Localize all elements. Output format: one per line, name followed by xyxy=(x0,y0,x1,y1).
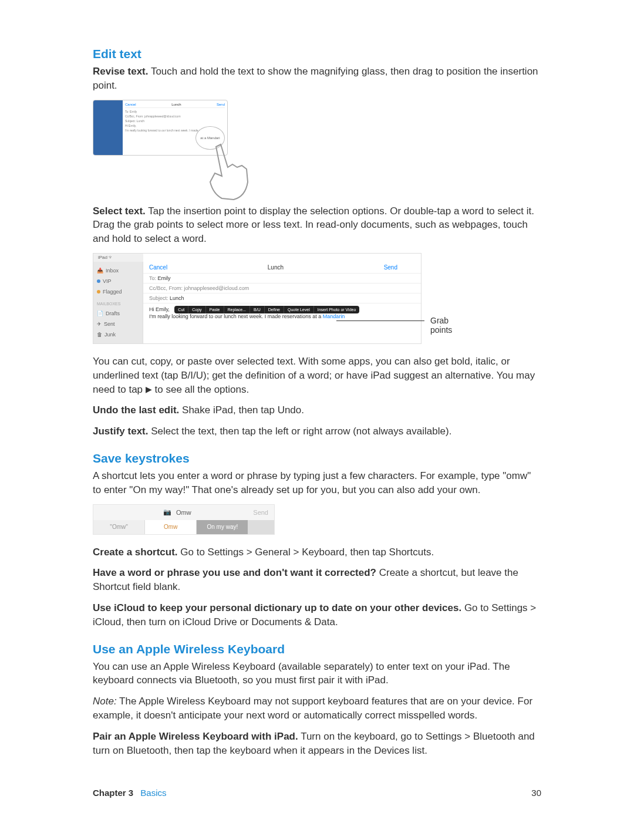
bold-justify: Justify text. xyxy=(93,426,148,437)
callout-line xyxy=(336,321,424,321)
bold-revise: Revise text. xyxy=(93,66,149,77)
figure-context-menu: iPad ᯤ 9:41 AM 51% ▮ 📥Inbox VIP Flagged … xyxy=(93,253,421,344)
compose-body-pre: I'm really looking forward to our lunch … xyxy=(149,313,323,319)
suggestion-4-empty xyxy=(248,520,274,534)
figure-keyboard-suggestion: 📷 Omw Send "Omw" Omw On my way! xyxy=(93,504,275,535)
heading-save-keystrokes: Save keystrokes xyxy=(93,451,541,465)
text-select: Tap the insertion point to display the s… xyxy=(93,205,534,245)
para-wk-pair: Pair an Apple Wireless Keyboard with iPa… xyxy=(93,730,541,758)
inbox-icon: 📥 xyxy=(97,268,103,274)
bold-icloud: Use iCloud to keep your personal diction… xyxy=(93,602,461,613)
note-label: Note: xyxy=(93,696,117,707)
sidebar-vip: VIP xyxy=(93,276,143,286)
sent-icon: ✈ xyxy=(97,321,102,327)
text-undo: Shake iPad, then tap Undo. xyxy=(179,404,304,416)
sidebar-mailboxes-hdr: MAILBOXES xyxy=(93,299,143,308)
mini-cancel: Cancel xyxy=(125,103,136,106)
ipad-screenshot: iPad ᯤ 9:41 AM 51% ▮ 📥Inbox VIP Flagged … xyxy=(93,253,421,344)
text-revise: Touch and hold the text to show the magn… xyxy=(93,66,538,91)
sidebar-sent: ✈Sent xyxy=(93,319,143,329)
mini-ccbcc: Cc/Bcc, From: johnappleseed@icloud.com xyxy=(125,114,225,118)
menu-cut: Cut xyxy=(174,306,188,313)
compose-ccbcc: Cc/Bcc, From: johnappleseed@icloud.com xyxy=(143,284,421,294)
bold-create: Create a shortcut. xyxy=(93,546,178,558)
dot-icon xyxy=(97,279,100,283)
para-revise: Revise text. Touch and hold the text to … xyxy=(93,65,541,93)
menu-copy: Copy xyxy=(188,306,205,313)
menu-biu: B/U xyxy=(250,306,265,313)
menu-insert: Insert Photo or Video xyxy=(314,306,360,313)
mini-to: To: Emily xyxy=(125,110,225,113)
camera-icon: 📷 xyxy=(161,508,174,516)
para-icloud: Use iCloud to keep your personal diction… xyxy=(93,601,541,629)
para-sk-intro: A shortcut lets you enter a word or phra… xyxy=(93,469,541,497)
compose-title: Lunch xyxy=(268,264,284,271)
context-menu: Cut Copy Paste Replace... B/U Define Quo… xyxy=(174,306,359,313)
status-left: iPad ᯤ xyxy=(98,255,113,260)
figure-magnifying-glass: Cancel Lunch Send To: Emily Cc/Bcc, From… xyxy=(93,100,301,194)
compose-pane: Cancel Lunch Send To: Emily Cc/Bcc, From… xyxy=(143,254,421,343)
heading-edit-text: Edit text xyxy=(93,47,541,61)
note-body: The Apple Wireless Keyboard may not supp… xyxy=(93,696,532,721)
mini-subject: Subject: Lunch xyxy=(125,119,225,123)
junk-icon: 🗑 xyxy=(97,332,102,338)
compose-hi: Hi Emily, xyxy=(149,306,170,312)
compose-subject: Subject: Lunch xyxy=(143,294,421,303)
text-create: Go to Settings > General > Keyboard, the… xyxy=(178,546,434,558)
page-number: 30 xyxy=(531,788,541,798)
menu-paste: Paste xyxy=(206,306,224,313)
compose-body: Hi Emily, Cut Copy Paste Replace... B/U … xyxy=(143,303,421,322)
drafts-icon: 📄 xyxy=(97,311,103,316)
kb-send: Send xyxy=(247,509,274,516)
para-select: Select text. Tap the insertion point to … xyxy=(93,204,541,246)
compose-send: Send xyxy=(384,264,397,271)
mail-sidebar: 📥Inbox VIP Flagged MAILBOXES 📄Drafts ✈Se… xyxy=(93,254,143,343)
text-options-b: to see all the options. xyxy=(152,384,249,395)
sidebar-inbox: 📥Inbox xyxy=(93,265,143,276)
bold-pair: Pair an Apple Wireless Keyboard with iPa… xyxy=(93,731,298,742)
hand-illustration xyxy=(198,141,269,205)
selected-word: Mandarin xyxy=(323,313,345,319)
menu-define: Define xyxy=(265,306,284,313)
typed-text: Omw xyxy=(174,509,247,516)
para-options: You can cut, copy, or paste over selecte… xyxy=(93,355,541,396)
menu-replace: Replace... xyxy=(224,306,251,313)
bold-select: Select text. xyxy=(93,205,146,217)
sidebar-flagged: Flagged xyxy=(93,286,143,297)
sidebar-drafts: 📄Drafts xyxy=(93,308,143,319)
mini-title: Lunch xyxy=(171,103,181,106)
suggestion-1: "Omw" xyxy=(93,520,145,534)
mini-send: Send xyxy=(217,103,225,106)
heading-wireless-keyboard: Use an Apple Wireless Keyboard xyxy=(93,642,541,656)
para-create-shortcut: Create a shortcut. Go to Settings > Gene… xyxy=(93,545,541,559)
triangle-right-icon: ▶ xyxy=(146,384,152,396)
sidebar-junk: 🗑Junk xyxy=(93,329,143,340)
para-justify: Justify text. Select the text, then tap … xyxy=(93,424,541,438)
suggestion-2: Omw xyxy=(145,520,197,534)
chapter-name: Basics xyxy=(140,788,166,798)
para-wk-intro: You can use an Apple Wireless Keyboard (… xyxy=(93,660,541,688)
dot-icon xyxy=(97,290,100,294)
suggestion-3: On my way! xyxy=(197,520,248,534)
para-have-phrase: Have a word or phrase you use and don't … xyxy=(93,566,541,594)
page-footer: Chapter 3 Basics 30 xyxy=(93,788,541,798)
mini-sidebar xyxy=(93,100,123,155)
callout-grab-points: Grab points xyxy=(430,316,452,335)
para-wk-note: Note: The Apple Wireless Keyboard may no… xyxy=(93,694,541,723)
chapter-label: Chapter 3 xyxy=(93,788,133,798)
para-undo: Undo the last edit. Shake iPad, then tap… xyxy=(93,403,541,417)
bold-have: Have a word or phrase you use and don't … xyxy=(93,567,376,578)
bold-undo: Undo the last edit. xyxy=(93,404,179,416)
menu-quote: Quote Level xyxy=(284,306,314,313)
text-justify: Select the text, then tap the left or ri… xyxy=(148,426,451,437)
compose-cancel: Cancel xyxy=(149,264,167,271)
compose-to: To: Emily xyxy=(143,274,421,284)
